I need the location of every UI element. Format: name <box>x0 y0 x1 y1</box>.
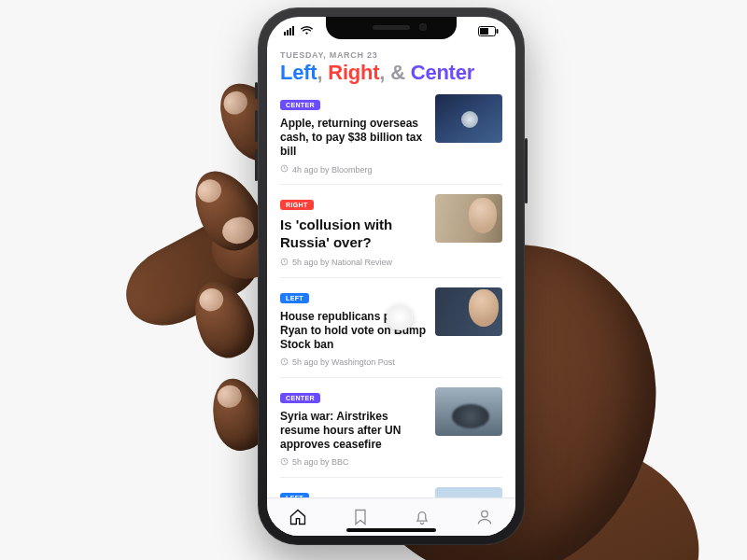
home-indicator[interactable] <box>346 528 436 532</box>
wifi-icon <box>301 26 313 35</box>
article-meta: 5h ago by BBC <box>280 457 426 468</box>
article-headline: Is 'collusion with Russia' over? <box>280 217 426 252</box>
tab-profile[interactable] <box>474 507 495 527</box>
article-row[interactable]: LEFTA list of the companies cutting ties… <box>280 477 502 498</box>
svg-rect-6 <box>497 29 499 34</box>
battery-icon <box>478 26 499 36</box>
cellular-signal-icon <box>284 26 297 35</box>
svg-rect-0 <box>284 32 286 35</box>
article-thumbnail <box>435 94 502 143</box>
tab-home[interactable] <box>288 507 308 527</box>
article-headline: Apple, returning overseas cash, to pay $… <box>280 117 426 159</box>
header-date: TUESDAY, MARCH 23 <box>280 50 502 60</box>
clock-icon <box>280 357 289 368</box>
title-left: Left <box>280 61 317 84</box>
bias-badge: CENTER <box>280 100 320 110</box>
mute-switch[interactable] <box>255 82 258 99</box>
volume-down-button[interactable] <box>255 149 258 181</box>
notch <box>326 17 457 39</box>
clock-icon <box>280 164 289 175</box>
tab-bookmarks[interactable] <box>350 507 371 527</box>
bias-badge: RIGHT <box>280 200 314 210</box>
bias-badge: CENTER <box>280 393 320 403</box>
bias-badge: LEFT <box>280 293 309 303</box>
home-icon <box>289 508 307 526</box>
article-headline: House republicans push Ryan to hold vote… <box>280 310 426 352</box>
title-center: Center <box>411 61 474 84</box>
article-meta: 5h ago by Washington Post <box>280 357 426 368</box>
article-thumbnail <box>435 194 502 243</box>
article-row[interactable]: LEFTHouse republicans push Ryan to hold … <box>280 277 502 377</box>
article-thumbnail <box>435 287 502 336</box>
app-title: Left, Right, & Center <box>280 62 502 83</box>
article-row[interactable]: CENTERApple, returning overseas cash, to… <box>280 92 502 184</box>
clock-icon <box>280 258 289 268</box>
article-headline: Syria war: Airstrikes resume hours after… <box>280 410 426 452</box>
profile-icon <box>475 508 494 526</box>
svg-rect-3 <box>292 26 294 35</box>
power-button[interactable] <box>525 138 528 203</box>
phone-frame: TUESDAY, MARCH 23 Left, Right, & Center … <box>258 7 525 545</box>
article-thumbnail <box>435 387 502 436</box>
bookmark-icon <box>351 508 370 526</box>
svg-rect-5 <box>480 28 488 35</box>
svg-rect-2 <box>289 28 291 35</box>
article-list: CENTERApple, returning overseas cash, to… <box>280 92 502 498</box>
bell-icon <box>413 508 431 526</box>
article-meta: 4h ago by Bloomberg <box>280 164 426 175</box>
volume-up-button[interactable] <box>255 110 258 142</box>
article-meta: 5h ago by National Review <box>280 258 426 268</box>
phone-screen: TUESDAY, MARCH 23 Left, Right, & Center … <box>267 17 515 536</box>
title-right: Right <box>328 61 379 84</box>
article-row[interactable]: CENTERSyria war: Airstrikes resume hours… <box>280 377 502 477</box>
svg-point-11 <box>481 511 487 517</box>
feed-content[interactable]: TUESDAY, MARCH 23 Left, Right, & Center … <box>267 47 515 498</box>
clock-icon <box>280 457 289 468</box>
article-row[interactable]: RIGHTIs 'collusion with Russia' over?5h … <box>280 184 502 277</box>
tab-alerts[interactable] <box>412 507 432 527</box>
title-ampersand: & <box>390 61 411 84</box>
svg-rect-1 <box>287 30 289 35</box>
